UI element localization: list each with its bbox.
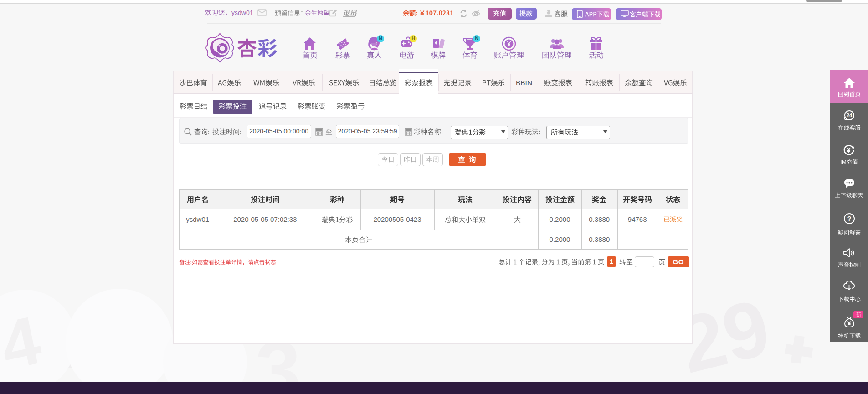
svg-text:?: ? [847,215,851,222]
svg-text:24: 24 [846,113,852,118]
